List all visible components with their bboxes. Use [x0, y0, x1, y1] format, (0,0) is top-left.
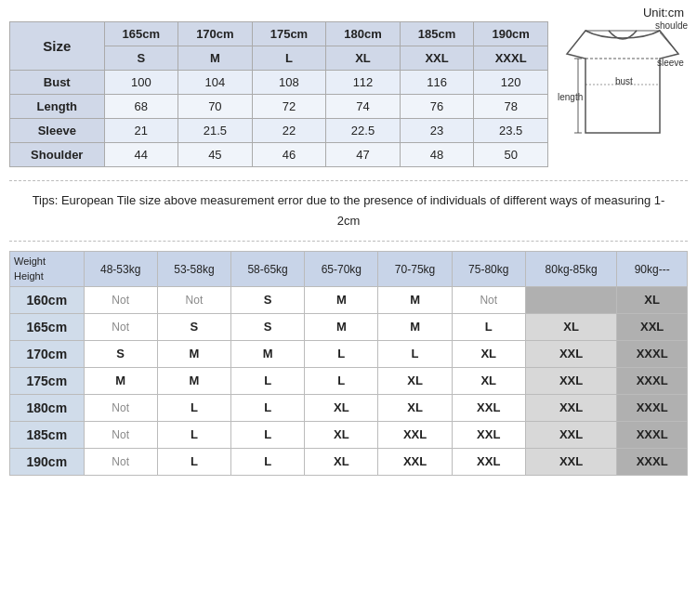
- svg-text:shoulder: shoulder: [655, 21, 688, 31]
- size-m: M: [178, 46, 253, 71]
- cell-5-3: XL: [305, 421, 378, 448]
- weight-col-3: 65-70kg: [305, 252, 378, 287]
- cell-3-1: M: [157, 367, 230, 394]
- sleeve-185: 23: [400, 119, 474, 143]
- sleeve-170: 21.5: [178, 119, 253, 143]
- shoulder-190: 50: [474, 143, 548, 167]
- cell-4-7: XXXL: [617, 394, 688, 421]
- bust-175: 108: [252, 71, 326, 95]
- cell-6-6: XXL: [525, 448, 616, 475]
- cell-2-4: L: [378, 340, 452, 367]
- cell-6-5: XXL: [452, 448, 525, 475]
- length-180: 74: [326, 95, 401, 119]
- size-xxl: XXL: [400, 46, 474, 71]
- shoulder-170: 45: [178, 143, 253, 167]
- length-175: 72: [252, 95, 326, 119]
- weight-col-6: 80kg-85kg: [525, 252, 616, 287]
- table-row: 170cmSMMLLXLXXLXXXL: [10, 340, 688, 367]
- cell-6-1: L: [157, 448, 230, 475]
- cell-2-3: L: [305, 340, 378, 367]
- cell-2-0: S: [84, 340, 157, 367]
- cell-4-2: L: [231, 394, 305, 421]
- size-l: L: [252, 46, 326, 71]
- table-row: 185cmNotLLXLXXLXXLXXLXXXL: [10, 421, 688, 448]
- wh-table-section: Weight Height 48-53kg53-58kg58-65kg65-70…: [0, 245, 697, 485]
- bust-170: 104: [178, 71, 253, 95]
- cell-2-7: XXXL: [617, 340, 688, 367]
- weight-col-4: 70-75kg: [378, 252, 452, 287]
- cell-2-1: M: [157, 340, 230, 367]
- size-header-row: Size 165cm 170cm 175cm 180cm 185cm 190cm: [10, 22, 548, 46]
- shoulder-label: Shoulder: [10, 143, 105, 167]
- cell-4-1: L: [157, 394, 230, 421]
- svg-line-3: [660, 33, 678, 54]
- height-row-3: 175cm: [10, 367, 85, 394]
- cell-5-0: Not: [84, 421, 157, 448]
- tips-text: Tips: European Tile size above measureme…: [9, 180, 688, 242]
- cell-1-2: S: [231, 313, 305, 340]
- cell-1-5: L: [452, 313, 525, 340]
- cell-2-6: XXL: [525, 340, 616, 367]
- size-s: S: [104, 46, 178, 71]
- cell-1-1: S: [157, 313, 230, 340]
- height-row-5: 185cm: [10, 421, 85, 448]
- size-chart-section: Size 165cm 170cm 175cm 180cm 185cm 190cm…: [0, 21, 697, 177]
- shoulder-175: 46: [252, 143, 326, 167]
- bust-row: Bust 100 104 108 112 116 120: [10, 71, 548, 95]
- cell-0-0: Not: [84, 286, 157, 313]
- shoulder-180: 47: [326, 143, 401, 167]
- cell-4-3: XL: [305, 394, 378, 421]
- corner-cell: Weight Height: [10, 252, 85, 287]
- cell-6-2: L: [231, 448, 305, 475]
- cell-5-6: XXL: [525, 421, 616, 448]
- cell-3-6: XXL: [525, 367, 616, 394]
- cell-3-5: XL: [452, 367, 525, 394]
- table-row: 190cmNotLLXLXXLXXLXXLXXXL: [10, 448, 688, 475]
- cell-2-5: XL: [452, 340, 525, 367]
- shoulder-row: Shoulder 44 45 46 47 48 50: [10, 143, 548, 167]
- cell-6-0: Not: [84, 448, 157, 475]
- cell-5-5: XXL: [452, 421, 525, 448]
- length-190: 78: [474, 95, 548, 119]
- height-row-6: 190cm: [10, 448, 85, 475]
- cell-3-0: M: [84, 367, 157, 394]
- height-row-0: 160cm: [10, 286, 85, 313]
- cell-3-3: L: [305, 367, 378, 394]
- sleeve-165: 21: [104, 119, 178, 143]
- cell-6-4: XXL: [378, 448, 452, 475]
- cell-4-6: XXL: [525, 394, 616, 421]
- cell-4-4: XL: [378, 394, 452, 421]
- tshirt-diagram: shoulder sleeve bust length: [558, 21, 688, 145]
- cell-2-2: M: [231, 340, 305, 367]
- height-row-1: 165cm: [10, 313, 85, 340]
- cell-0-5: Not: [452, 286, 525, 313]
- weight-col-2: 58-65kg: [231, 252, 305, 287]
- cell-0-1: Not: [157, 286, 230, 313]
- wh-table: Weight Height 48-53kg53-58kg58-65kg65-70…: [9, 251, 688, 476]
- cell-3-7: XXXL: [617, 367, 688, 394]
- length-165: 68: [104, 95, 178, 119]
- size-label: Size: [10, 22, 105, 71]
- svg-text:length: length: [558, 92, 583, 102]
- weight-col-0: 48-53kg: [84, 252, 157, 287]
- weight-col-1: 53-58kg: [157, 252, 230, 287]
- bust-185: 116: [400, 71, 474, 95]
- sleeve-180: 22.5: [326, 119, 401, 143]
- height-190: 190cm: [474, 22, 548, 46]
- height-170: 170cm: [178, 22, 253, 46]
- cell-5-2: L: [231, 421, 305, 448]
- sleeve-175: 22: [252, 119, 326, 143]
- height-180: 180cm: [326, 22, 401, 46]
- height-165: 165cm: [104, 22, 178, 46]
- bust-190: 120: [474, 71, 548, 95]
- cell-5-1: L: [157, 421, 230, 448]
- cell-6-3: XL: [305, 448, 378, 475]
- shoulder-185: 48: [400, 143, 474, 167]
- cell-4-0: Not: [84, 394, 157, 421]
- cell-6-7: XXXL: [617, 448, 688, 475]
- table-row: 165cmNotSSMMLXLXXL: [10, 313, 688, 340]
- cell-1-6: XL: [525, 313, 616, 340]
- cell-1-4: M: [378, 313, 452, 340]
- cell-0-4: M: [378, 286, 452, 313]
- cell-5-7: XXXL: [617, 421, 688, 448]
